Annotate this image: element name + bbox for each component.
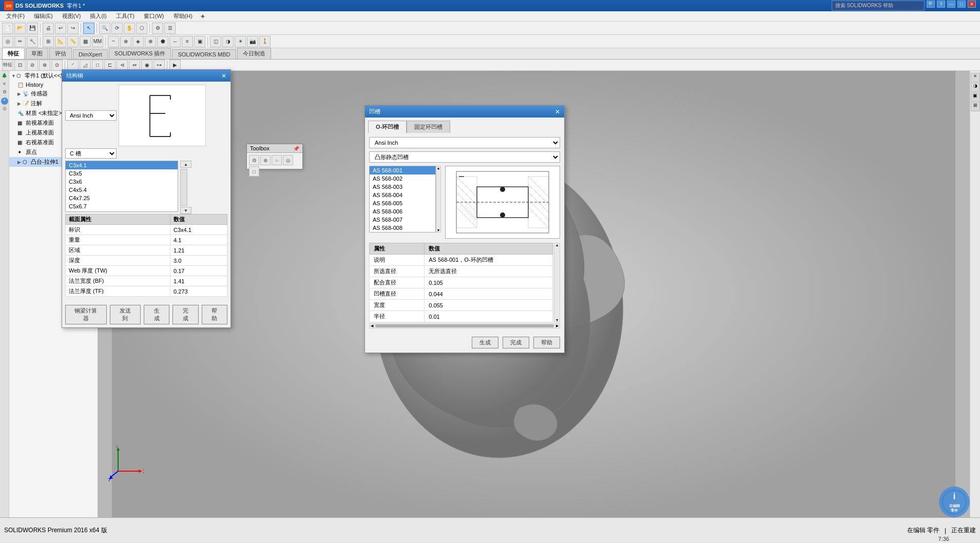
tb2-block-btn[interactable]: ▣ — [194, 36, 205, 47]
tab-manufacture[interactable]: 今日制造 — [237, 48, 271, 59]
list-item-c5x6[interactable]: C5x6.7 — [66, 202, 178, 210]
right-tab-4[interactable]: ⊞ — [971, 102, 980, 111]
tb2-dim-btn[interactable]: ↔ — [169, 36, 181, 47]
list-scroll-up[interactable]: ▲ — [180, 161, 191, 168]
caocao-scroll-down[interactable]: ▼ — [436, 228, 440, 232]
list-item-c3x5[interactable]: C3x5 — [66, 169, 178, 178]
btn-help-caocao[interactable]: 帮助 — [533, 337, 560, 348]
caocao-item-007[interactable]: AS 568-007 — [370, 216, 435, 224]
tb-settings-btn[interactable]: ☰ — [164, 23, 176, 34]
tb2-walk-btn[interactable]: 🚶 — [259, 36, 271, 47]
search-icon[interactable]: 🔍 — [927, 1, 935, 8]
jiegou-list[interactable]: C3x4.1 C3x5 C3x6 C4x5.4 C4x7.25 C5x6.7 C… — [65, 161, 178, 212]
tb-options-btn[interactable]: ⚙ — [152, 23, 163, 34]
caocao-props-scrollbar[interactable]: ▲ ▼ — [554, 243, 560, 322]
tb2-display-btn[interactable]: ◫ — [210, 36, 221, 47]
btn-send-to[interactable]: 发送到 — [110, 305, 141, 324]
minimize-button[interactable]: — — [947, 1, 955, 8]
toolbox-icon-1[interactable]: ⚙ — [249, 155, 259, 165]
maximize-button[interactable]: □ — [957, 1, 966, 8]
menu-expand-icon[interactable]: ✦ — [200, 12, 206, 21]
list-item-c4x7[interactable]: C4x7.25 — [66, 194, 178, 202]
btn-done-caocao[interactable]: 完成 — [503, 337, 529, 348]
menu-insert[interactable]: 插入(I) — [86, 11, 110, 21]
tb-save-btn[interactable]: 💾 — [27, 23, 38, 34]
caocao-item-004[interactable]: AS 568-004 — [370, 191, 435, 199]
list-item-c3x6[interactable]: C3x6 — [66, 178, 178, 186]
caocao-type-select[interactable]: 凸形静态凹槽 — [369, 151, 560, 163]
tb-rotate-btn[interactable]: ⟳ — [111, 23, 123, 34]
caocao-item-002[interactable]: AS 568-002 — [370, 174, 435, 183]
tb2-assembly-btn[interactable]: 🔧 — [27, 36, 38, 47]
tb-redo-btn[interactable]: ↪ — [67, 23, 79, 34]
tf-extrude-btn[interactable]: 特征 — [2, 60, 13, 71]
tb-select-btn[interactable]: ↖ — [83, 23, 94, 34]
list-item-c4x5[interactable]: C4x5.4 — [66, 186, 178, 194]
tab-sketch[interactable]: 草图 — [26, 48, 48, 59]
tb-pan-btn[interactable]: ✋ — [124, 23, 135, 34]
tb2-curve-btn[interactable]: ~ — [108, 36, 119, 47]
btn-help-jiegou[interactable]: 帮助 — [202, 305, 227, 324]
sidebar-icon-config[interactable]: ⚙ — [1, 89, 8, 96]
tb2-feature-btn[interactable]: ◎ — [2, 36, 13, 47]
toolbox-icon-2[interactable]: ⊕ — [260, 155, 271, 165]
caocao-props-scroll-up[interactable]: ▲ — [554, 243, 560, 247]
dialog-caocao-close[interactable]: ✕ — [555, 108, 560, 115]
jiegou-standard-select[interactable]: Ansi Inch — [65, 110, 117, 121]
btn-generate-caocao[interactable]: 生成 — [472, 337, 498, 348]
toolbox-icon-5[interactable]: □ — [249, 166, 259, 177]
caocao-item-006[interactable]: AS 568-006 — [370, 207, 435, 216]
caocao-item-005[interactable]: AS 568-005 — [370, 199, 435, 207]
sidebar-icon-plus[interactable]: + — [1, 98, 8, 105]
tb-3d-btn[interactable]: ⬡ — [136, 23, 147, 34]
tb2-relation-btn[interactable]: ≡ — [182, 36, 193, 47]
list-scroll-down[interactable]: ▼ — [180, 207, 191, 214]
jiegou-type-select[interactable]: C 槽 — [65, 148, 117, 159]
menu-window[interactable]: 窗口(W) — [140, 11, 168, 21]
menu-view[interactable]: 视图(V) — [58, 11, 85, 21]
btn-done-jiegou[interactable]: 完成 — [172, 305, 198, 324]
tb2-light-btn[interactable]: ☀ — [235, 36, 246, 47]
caocao-hscroll-right[interactable]: ▶ — [556, 324, 559, 328]
tab-sw-plugins[interactable]: SOLIDWORKS 插件 — [109, 48, 171, 59]
tb-undo-btn[interactable]: ↩ — [55, 23, 66, 34]
tb2-sheet-btn[interactable]: MM — [92, 36, 103, 47]
caocao-hscrollbar[interactable]: ◀ ▶ — [369, 323, 560, 328]
menu-help[interactable]: 帮助(H) — [169, 11, 197, 21]
list-item-c5x9[interactable]: C5x9 — [66, 210, 178, 212]
menu-tools[interactable]: 工具(T) — [112, 11, 139, 21]
caocao-list[interactable]: AS 568-001 AS 568-002 AS 568-003 AS 568-… — [369, 166, 436, 232]
caocao-item-003[interactable]: AS 568-003 — [370, 183, 435, 191]
tb2-surface-btn[interactable]: ▦ — [80, 36, 91, 47]
tb2-camera-btn[interactable]: 📷 — [247, 36, 258, 47]
btn-generate-jiegou[interactable]: 生成 — [144, 305, 169, 324]
tb2-sketch-btn[interactable]: ✏ — [14, 36, 26, 47]
tab-dimxpert[interactable]: DimXpert — [73, 49, 108, 59]
sidebar-icon-tree[interactable]: 🌲 — [1, 73, 8, 80]
tb-new-btn[interactable]: 📄 — [2, 23, 13, 34]
tf-revolve-btn[interactable]: ⊡ — [14, 60, 26, 71]
caocao-item-009[interactable]: AS 568-009 — [370, 232, 435, 232]
sidebar-icon-prop[interactable]: ≡ — [1, 81, 8, 88]
caocao-standard-select[interactable]: Ansi Inch — [369, 137, 560, 148]
tab-evaluate[interactable]: 评估 — [49, 48, 72, 59]
right-tab-1[interactable]: ≡ — [971, 73, 980, 82]
tab-features[interactable]: 特征 — [2, 48, 25, 59]
help-icon[interactable]: ? — [937, 1, 945, 8]
tf-sweep-btn[interactable]: ⊘ — [27, 60, 38, 71]
caocao-scrollbar[interactable]: ▲ ▼ — [436, 166, 441, 232]
close-button[interactable]: ✕ — [968, 1, 976, 8]
sidebar-icon-circle[interactable]: ◎ — [1, 106, 8, 113]
tab-sw-mbd[interactable]: SOLIDWORKS MBD — [172, 49, 236, 59]
help-search[interactable]: 搜索 SOLIDWORKS 帮助 — [832, 1, 925, 11]
tb2-smart-btn[interactable]: ⬟ — [157, 36, 168, 47]
caocao-props-scroll-down[interactable]: ▼ — [554, 318, 560, 322]
toolbox-icon-3[interactable]: ○ — [272, 155, 282, 165]
tb2-measure-btn[interactable]: 📏 — [67, 36, 79, 47]
list-scrollbar[interactable] — [180, 169, 187, 206]
menu-file[interactable]: 文件(F) — [2, 11, 29, 21]
tb-open-btn[interactable]: 📂 — [14, 23, 26, 34]
caocao-scroll-up[interactable]: ▲ — [436, 166, 440, 170]
tab-o-ring[interactable]: O-环凹槽 — [368, 121, 407, 133]
list-item-c3x4[interactable]: C3x4.1 — [66, 161, 178, 169]
